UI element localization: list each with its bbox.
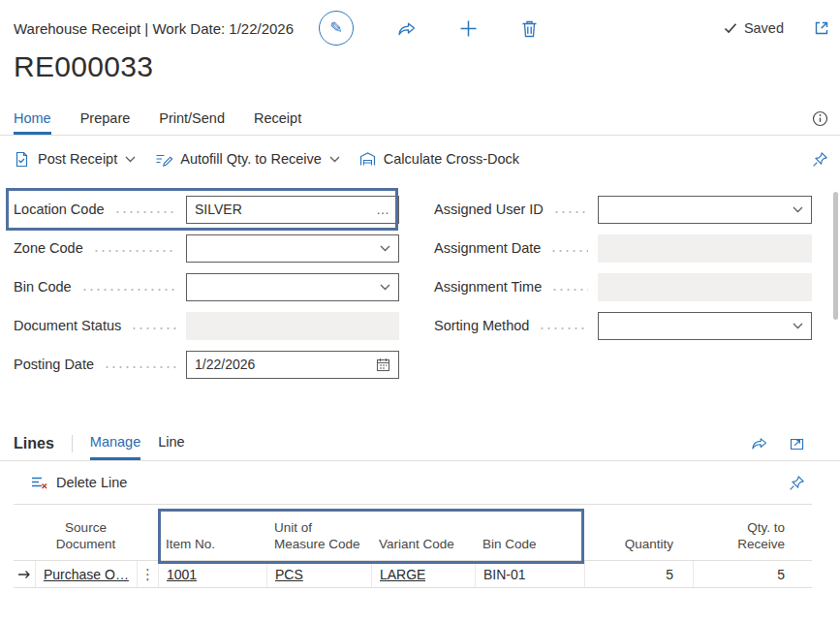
assigned-user-id-label: Assigned User ID <box>434 202 544 217</box>
field-row-assigned-user-id: Assigned User ID <box>434 190 812 229</box>
post-receipt-button[interactable]: Post Receipt <box>14 151 117 168</box>
autofill-split-button[interactable] <box>329 156 340 163</box>
warehouse-receipt-page: Warehouse Receipt | Work Date: 1/22/2026… <box>0 0 840 622</box>
field-row-assignment-date: Assignment Date <box>434 229 812 267</box>
lines-part-header: Lines Manage Line <box>0 426 840 461</box>
plus-icon <box>458 18 479 39</box>
info-button[interactable] <box>812 110 828 127</box>
top-action-bar: Warehouse Receipt | Work Date: 1/22/2026… <box>0 0 840 47</box>
field-row-assignment-time: Assignment Time <box>434 267 812 306</box>
pin-icon <box>812 151 828 168</box>
popout-icon <box>789 435 805 451</box>
column-header-item-no[interactable]: Item No. <box>158 536 266 553</box>
check-icon <box>724 22 737 34</box>
variant-code-cell[interactable]: LARGE <box>380 567 425 582</box>
zone-code-field[interactable] <box>186 234 399 263</box>
column-header-source-document[interactable]: Source Document <box>35 519 137 553</box>
autofill-qty-button[interactable]: Autofill Qty. to Receive <box>155 151 322 168</box>
fields-right-column: Assigned User ID Assignment Date Assignm… <box>434 190 812 384</box>
source-document-cell-wrap: Purchase O… <box>35 561 137 587</box>
field-row-document-status: Document Status <box>14 306 399 345</box>
status-badge: Saved <box>724 20 784 36</box>
location-code-field[interactable]: SILVER … <box>186 196 399 224</box>
assignment-time-label: Assignment Time <box>434 279 542 295</box>
popout-icon <box>813 19 830 37</box>
pencil-icon: ✎ <box>329 20 342 36</box>
chevron-down-icon[interactable] <box>793 323 803 329</box>
row-select-arrow[interactable] <box>14 561 35 587</box>
cross-dock-icon <box>359 151 376 167</box>
assist-edit-button[interactable]: … <box>376 202 390 217</box>
bin-code-field[interactable] <box>186 273 399 301</box>
assigned-user-id-field[interactable] <box>598 196 812 224</box>
bin-code-cell[interactable]: BIN-01 <box>483 567 526 582</box>
document-status-field <box>186 312 399 340</box>
lines-open-in-window-button[interactable] <box>789 435 805 451</box>
chevron-down-icon[interactable] <box>793 206 803 213</box>
tab-prepare[interactable]: Prepare <box>80 103 131 135</box>
page-caption: Warehouse Receipt | Work Date: 1/22/2026 <box>14 20 294 37</box>
lines-tab-line[interactable]: Line <box>158 426 184 460</box>
dotted-leader <box>553 211 588 213</box>
sorting-method-field[interactable] <box>598 312 812 340</box>
tab-print-send[interactable]: Print/Send <box>159 103 225 135</box>
new-button[interactable] <box>458 18 479 39</box>
action-toolbar: Post Receipt Autofill Qty. to Receive Ca… <box>0 136 840 182</box>
post-receipt-split-button[interactable] <box>125 156 136 163</box>
bin-cell-wrap: BIN-01 <box>475 561 584 587</box>
edit-button[interactable]: ✎ <box>319 11 354 46</box>
source-document-cell[interactable]: Purchase O… <box>44 567 129 582</box>
vertical-scrollbar[interactable] <box>833 192 838 320</box>
lines-table: Source Document Item No. Unit of Measure… <box>14 504 812 588</box>
table-header-row: Source Document Item No. Unit of Measure… <box>14 505 812 561</box>
record-actions: ✎ <box>319 11 538 46</box>
lines-tab-manage[interactable]: Manage <box>90 426 140 460</box>
open-in-window-button[interactable] <box>813 19 830 37</box>
calculate-cross-dock-button[interactable]: Calculate Cross-Dock <box>359 151 519 167</box>
posting-date-label: Posting Date <box>14 357 94 372</box>
pin-icon <box>789 475 805 491</box>
pin-toolbar-button[interactable] <box>812 151 828 168</box>
info-icon <box>812 110 828 127</box>
field-row-zone-code: Zone Code <box>14 229 399 267</box>
share-icon <box>396 20 416 37</box>
autofill-icon <box>155 151 172 168</box>
dotted-leader <box>551 289 588 291</box>
delete-button[interactable] <box>521 19 538 38</box>
column-header-qty-to-receive[interactable]: Qty. to Receive <box>693 519 812 553</box>
unit-of-measure-cell[interactable]: PCS <box>275 567 303 582</box>
chevron-down-icon <box>125 156 136 163</box>
item-no-cell[interactable]: 1001 <box>167 567 197 582</box>
save-status-area: Saved <box>724 19 830 37</box>
dotted-leader <box>93 250 176 252</box>
dotted-leader <box>550 250 588 252</box>
dotted-leader <box>539 327 588 329</box>
chevron-down-icon[interactable] <box>380 245 390 252</box>
calendar-icon[interactable] <box>376 358 390 372</box>
uom-cell-wrap: PCS <box>266 561 371 587</box>
field-row-posting-date: Posting Date 1/22/2026 <box>14 345 399 384</box>
quantity-cell[interactable]: 5 <box>584 561 693 587</box>
pin-lines-toolbar-button[interactable] <box>789 475 805 491</box>
item-no-cell-wrap: 1001 <box>158 561 266 587</box>
tab-receipt[interactable]: Receipt <box>254 103 301 135</box>
share-icon <box>750 436 767 451</box>
share-button[interactable] <box>396 20 416 37</box>
column-header-bin-code[interactable]: Bin Code <box>475 536 584 553</box>
general-fasttab: Location Code SILVER … Zone Code Bin Cod… <box>0 182 840 384</box>
lines-title: Lines <box>14 426 54 460</box>
table-row: Purchase O… ⋮ 1001 PCS LARGE BIN-01 5 5 <box>14 561 812 588</box>
column-header-quantity[interactable]: Quantity <box>584 536 693 553</box>
column-header-variant-code[interactable]: Variant Code <box>371 536 475 553</box>
posting-date-field[interactable]: 1/22/2026 <box>186 351 399 379</box>
chevron-down-icon[interactable] <box>380 284 390 291</box>
row-menu-button[interactable]: ⋮ <box>137 561 158 587</box>
tab-home[interactable]: Home <box>14 103 51 135</box>
qty-to-receive-cell[interactable]: 5 <box>693 561 812 587</box>
lines-share-button[interactable] <box>750 436 767 451</box>
delete-line-button[interactable]: Delete Line <box>30 475 127 490</box>
post-receipt-icon <box>14 151 30 168</box>
column-header-unit-of-measure[interactable]: Unit of Measure Code <box>266 519 371 553</box>
assignment-date-field <box>598 234 812 263</box>
dotted-leader <box>104 366 176 368</box>
